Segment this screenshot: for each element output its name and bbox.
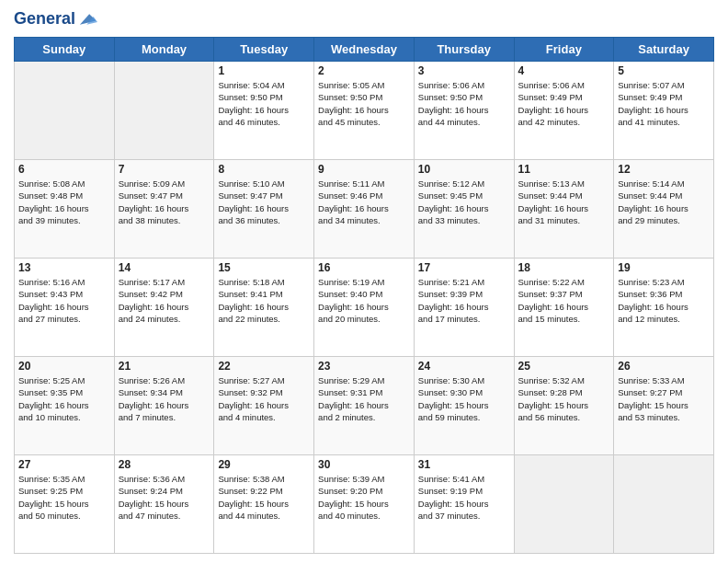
calendar-table: SundayMondayTuesdayWednesdayThursdayFrid… [14,37,714,554]
day-number: 22 [218,360,310,373]
day-info: Sunrise: 5:09 AM Sunset: 9:47 PM Dayligh… [119,178,210,226]
day-info: Sunrise: 5:38 AM Sunset: 9:22 PM Dayligh… [218,473,310,522]
day-number: 25 [518,360,610,373]
day-cell-13: 13Sunrise: 5:16 AM Sunset: 9:43 PM Dayli… [15,259,115,357]
day-number: 2 [318,64,410,77]
day-number: 8 [218,163,310,176]
day-cell-21: 21Sunrise: 5:26 AM Sunset: 9:34 PM Dayli… [114,357,214,455]
day-number: 4 [518,64,610,77]
day-cell-20: 20Sunrise: 5:25 AM Sunset: 9:35 PM Dayli… [15,357,115,455]
day-number: 19 [618,261,710,274]
empty-cell [15,62,115,160]
day-number: 24 [418,360,510,373]
day-number: 17 [418,261,510,274]
day-number: 23 [318,360,410,373]
day-number: 15 [218,261,310,274]
day-info: Sunrise: 5:23 AM Sunset: 9:36 PM Dayligh… [618,276,710,325]
day-number: 10 [418,163,510,176]
day-info: Sunrise: 5:29 AM Sunset: 9:31 PM Dayligh… [318,374,410,423]
day-info: Sunrise: 5:36 AM Sunset: 9:24 PM Dayligh… [119,473,210,522]
day-info: Sunrise: 5:08 AM Sunset: 9:48 PM Dayligh… [18,178,110,226]
day-info: Sunrise: 5:04 AM Sunset: 9:50 PM Dayligh… [218,79,310,128]
day-info: Sunrise: 5:39 AM Sunset: 9:20 PM Dayligh… [318,473,410,522]
day-number: 18 [518,261,610,274]
day-number: 13 [18,261,110,274]
day-cell-19: 19Sunrise: 5:23 AM Sunset: 9:36 PM Dayli… [614,259,714,357]
day-cell-25: 25Sunrise: 5:32 AM Sunset: 9:28 PM Dayli… [514,357,614,455]
day-cell-5: 5Sunrise: 5:07 AM Sunset: 9:49 PM Daylig… [614,62,714,160]
day-number: 28 [119,458,210,471]
day-cell-30: 30Sunrise: 5:39 AM Sunset: 9:20 PM Dayli… [314,455,415,554]
logo-text: General [14,10,75,29]
weekday-wednesday: Wednesday [314,38,415,62]
day-cell-3: 3Sunrise: 5:06 AM Sunset: 9:50 PM Daylig… [414,62,514,160]
day-number: 5 [618,64,710,77]
day-info: Sunrise: 5:22 AM Sunset: 9:37 PM Dayligh… [518,276,610,325]
page: General SundayMondayTuesdayWednesdayThur… [0,0,728,563]
week-row-2: 6Sunrise: 5:08 AM Sunset: 9:48 PM Daylig… [15,160,714,259]
day-info: Sunrise: 5:26 AM Sunset: 9:34 PM Dayligh… [119,374,210,423]
day-info: Sunrise: 5:25 AM Sunset: 9:35 PM Dayligh… [18,374,110,423]
day-info: Sunrise: 5:32 AM Sunset: 9:28 PM Dayligh… [518,374,610,423]
day-cell-2: 2Sunrise: 5:05 AM Sunset: 9:50 PM Daylig… [314,62,415,160]
day-info: Sunrise: 5:14 AM Sunset: 9:44 PM Dayligh… [618,178,710,226]
day-info: Sunrise: 5:16 AM Sunset: 9:43 PM Dayligh… [18,276,110,325]
day-number: 14 [119,261,210,274]
day-info: Sunrise: 5:12 AM Sunset: 9:45 PM Dayligh… [418,178,510,226]
day-number: 6 [18,163,110,176]
day-info: Sunrise: 5:13 AM Sunset: 9:44 PM Dayligh… [518,178,610,226]
day-cell-26: 26Sunrise: 5:33 AM Sunset: 9:27 PM Dayli… [614,357,714,455]
day-number: 7 [119,163,210,176]
day-cell-27: 27Sunrise: 5:35 AM Sunset: 9:25 PM Dayli… [15,455,115,554]
week-row-5: 27Sunrise: 5:35 AM Sunset: 9:25 PM Dayli… [15,455,714,554]
week-row-1: 1Sunrise: 5:04 AM Sunset: 9:50 PM Daylig… [15,62,714,160]
day-info: Sunrise: 5:17 AM Sunset: 9:42 PM Dayligh… [119,276,210,325]
day-number: 3 [418,64,510,77]
day-number: 9 [318,163,410,176]
day-cell-29: 29Sunrise: 5:38 AM Sunset: 9:22 PM Dayli… [214,455,314,554]
day-number: 11 [518,163,610,176]
day-info: Sunrise: 5:33 AM Sunset: 9:27 PM Dayligh… [618,374,710,423]
day-info: Sunrise: 5:07 AM Sunset: 9:49 PM Dayligh… [618,79,710,128]
day-cell-9: 9Sunrise: 5:11 AM Sunset: 9:46 PM Daylig… [314,160,415,259]
day-number: 12 [618,163,710,176]
day-number: 1 [218,64,310,77]
header: General [14,9,714,29]
day-number: 29 [218,458,310,471]
day-info: Sunrise: 5:30 AM Sunset: 9:30 PM Dayligh… [418,374,510,423]
day-info: Sunrise: 5:35 AM Sunset: 9:25 PM Dayligh… [18,473,110,522]
day-cell-31: 31Sunrise: 5:41 AM Sunset: 9:19 PM Dayli… [414,455,514,554]
day-info: Sunrise: 5:10 AM Sunset: 9:47 PM Dayligh… [218,178,310,226]
weekday-friday: Friday [514,38,614,62]
day-cell-14: 14Sunrise: 5:17 AM Sunset: 9:42 PM Dayli… [114,259,214,357]
day-cell-16: 16Sunrise: 5:19 AM Sunset: 9:40 PM Dayli… [314,259,415,357]
logo-icon [77,9,97,29]
day-cell-22: 22Sunrise: 5:27 AM Sunset: 9:32 PM Dayli… [214,357,314,455]
weekday-header-row: SundayMondayTuesdayWednesdayThursdayFrid… [15,38,714,62]
day-cell-11: 11Sunrise: 5:13 AM Sunset: 9:44 PM Dayli… [514,160,614,259]
day-cell-12: 12Sunrise: 5:14 AM Sunset: 9:44 PM Dayli… [614,160,714,259]
weekday-saturday: Saturday [614,38,714,62]
day-info: Sunrise: 5:06 AM Sunset: 9:49 PM Dayligh… [518,79,610,128]
weekday-sunday: Sunday [15,38,115,62]
day-cell-4: 4Sunrise: 5:06 AM Sunset: 9:49 PM Daylig… [514,62,614,160]
day-number: 16 [318,261,410,274]
day-number: 21 [119,360,210,373]
day-info: Sunrise: 5:27 AM Sunset: 9:32 PM Dayligh… [218,374,310,423]
day-info: Sunrise: 5:05 AM Sunset: 9:50 PM Dayligh… [318,79,410,128]
week-row-3: 13Sunrise: 5:16 AM Sunset: 9:43 PM Dayli… [15,259,714,357]
day-cell-18: 18Sunrise: 5:22 AM Sunset: 9:37 PM Dayli… [514,259,614,357]
day-number: 27 [18,458,110,471]
day-number: 26 [618,360,710,373]
day-cell-15: 15Sunrise: 5:18 AM Sunset: 9:41 PM Dayli… [214,259,314,357]
day-cell-17: 17Sunrise: 5:21 AM Sunset: 9:39 PM Dayli… [414,259,514,357]
day-cell-6: 6Sunrise: 5:08 AM Sunset: 9:48 PM Daylig… [15,160,115,259]
day-info: Sunrise: 5:21 AM Sunset: 9:39 PM Dayligh… [418,276,510,325]
day-info: Sunrise: 5:18 AM Sunset: 9:41 PM Dayligh… [218,276,310,325]
logo: General [14,9,97,29]
day-cell-8: 8Sunrise: 5:10 AM Sunset: 9:47 PM Daylig… [214,160,314,259]
day-info: Sunrise: 5:19 AM Sunset: 9:40 PM Dayligh… [318,276,410,325]
weekday-tuesday: Tuesday [214,38,314,62]
day-info: Sunrise: 5:06 AM Sunset: 9:50 PM Dayligh… [418,79,510,128]
day-cell-23: 23Sunrise: 5:29 AM Sunset: 9:31 PM Dayli… [314,357,415,455]
